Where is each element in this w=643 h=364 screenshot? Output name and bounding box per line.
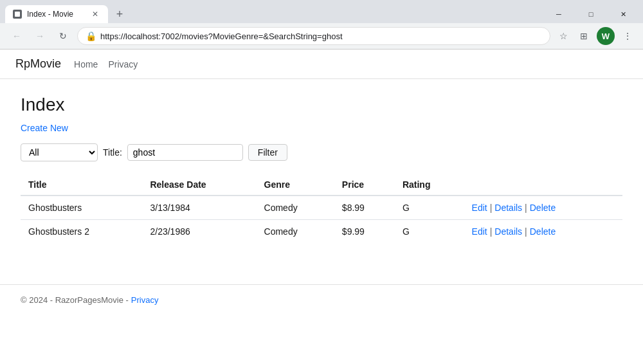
movie-actions: Edit | Details | Delete bbox=[464, 196, 622, 220]
table-body: Ghostbusters 3/13/1984 Comedy $8.99 G Ed… bbox=[21, 196, 622, 243]
page-title: Index bbox=[21, 95, 622, 115]
separator: | bbox=[525, 226, 527, 237]
back-icon: ← bbox=[12, 31, 21, 41]
movie-rating: G bbox=[395, 220, 464, 244]
window-controls: ─ □ ✕ bbox=[544, 5, 638, 23]
main-content: Index Create New All Title: Filter Title… bbox=[0, 79, 643, 259]
active-tab[interactable]: Index - Movie ✕ bbox=[5, 5, 108, 23]
footer: © 2024 - RazorPagesMovie - Privacy bbox=[0, 284, 643, 315]
profile-button[interactable]: W bbox=[597, 27, 615, 45]
delete-link-1[interactable]: Delete bbox=[530, 226, 556, 237]
maximize-button[interactable]: □ bbox=[576, 5, 606, 23]
reload-icon: ↻ bbox=[59, 31, 67, 41]
separator: | bbox=[525, 203, 527, 213]
back-button[interactable]: ← bbox=[8, 27, 26, 45]
movie-title: Ghostbusters 2 bbox=[21, 220, 142, 244]
filter-row: All Title: Filter bbox=[21, 143, 622, 161]
genre-select[interactable]: All bbox=[21, 143, 98, 161]
edit-link-0[interactable]: Edit bbox=[472, 203, 487, 213]
col-genre: Genre bbox=[257, 174, 334, 196]
action-links: Edit | Details | Delete bbox=[472, 203, 615, 213]
nav-home-link[interactable]: Home bbox=[74, 59, 98, 69]
navbar: RpMovie Home Privacy bbox=[0, 50, 643, 79]
forward-icon: → bbox=[35, 31, 44, 41]
tab-favicon bbox=[13, 10, 22, 19]
lock-icon: 🔒 bbox=[86, 31, 96, 41]
minimize-button[interactable]: ─ bbox=[544, 5, 574, 23]
col-price: Price bbox=[334, 174, 395, 196]
filter-button[interactable]: Filter bbox=[248, 144, 287, 161]
col-title: Title bbox=[21, 174, 142, 196]
forward-button[interactable]: → bbox=[31, 27, 49, 45]
movie-title: Ghostbusters bbox=[21, 196, 142, 220]
title-bar: Index - Movie ✕ + ─ □ ✕ bbox=[0, 0, 643, 23]
tab-close-button[interactable]: ✕ bbox=[90, 9, 100, 19]
page-content: RpMovie Home Privacy Index Create New Al… bbox=[0, 50, 643, 320]
reload-button[interactable]: ↻ bbox=[54, 27, 72, 45]
bookmark-button[interactable]: ☆ bbox=[556, 28, 571, 44]
address-bar: ← → ↻ 🔒 https://localhost:7002/movies?Mo… bbox=[0, 23, 643, 50]
action-links: Edit | Details | Delete bbox=[472, 226, 615, 237]
footer-text: © 2024 - RazorPagesMovie - bbox=[21, 295, 129, 305]
movie-genre: Comedy bbox=[257, 196, 334, 220]
new-tab-button[interactable]: + bbox=[111, 5, 129, 23]
brand-logo: RpMovie bbox=[15, 57, 61, 71]
footer-privacy-link[interactable]: Privacy bbox=[131, 295, 159, 305]
separator: | bbox=[490, 226, 493, 237]
tab-bar: Index - Movie ✕ + bbox=[5, 5, 129, 23]
extensions-button[interactable]: ⊞ bbox=[576, 28, 592, 44]
nav-links: Home Privacy bbox=[74, 59, 138, 69]
nav-privacy-link[interactable]: Privacy bbox=[108, 59, 138, 69]
browser-window: Index - Movie ✕ + ─ □ ✕ ← → ↻ 🔒 https://… bbox=[0, 0, 643, 320]
details-link-0[interactable]: Details bbox=[494, 203, 522, 213]
movie-price: $8.99 bbox=[334, 196, 395, 220]
movie-release-date: 2/23/1986 bbox=[142, 220, 256, 244]
menu-button[interactable]: ⋮ bbox=[620, 28, 635, 44]
table-header: Title Release Date Genre Price Rating bbox=[21, 174, 622, 196]
title-label: Title: bbox=[103, 147, 122, 158]
col-actions bbox=[464, 174, 622, 196]
tab-title: Index - Movie bbox=[27, 10, 85, 19]
svg-rect-0 bbox=[15, 12, 20, 17]
movie-rating: G bbox=[395, 196, 464, 220]
star-icon: ☆ bbox=[559, 31, 568, 41]
delete-link-0[interactable]: Delete bbox=[530, 203, 556, 213]
movie-price: $9.99 bbox=[334, 220, 395, 244]
url-text: https://localhost:7002/movies?MovieGenre… bbox=[100, 32, 542, 41]
url-bar[interactable]: 🔒 https://localhost:7002/movies?MovieGen… bbox=[77, 27, 550, 45]
table-row: Ghostbusters 2 2/23/1986 Comedy $9.99 G … bbox=[21, 220, 622, 244]
extensions-icon: ⊞ bbox=[580, 31, 588, 41]
edit-link-1[interactable]: Edit bbox=[472, 226, 487, 237]
movie-actions: Edit | Details | Delete bbox=[464, 220, 622, 244]
movies-table: Title Release Date Genre Price Rating Gh… bbox=[21, 174, 622, 243]
col-rating: Rating bbox=[395, 174, 464, 196]
details-link-1[interactable]: Details bbox=[494, 226, 522, 237]
search-input[interactable] bbox=[127, 144, 243, 161]
separator: | bbox=[490, 203, 493, 213]
table-row: Ghostbusters 3/13/1984 Comedy $8.99 G Ed… bbox=[21, 196, 622, 220]
close-button[interactable]: ✕ bbox=[608, 5, 638, 23]
movie-release-date: 3/13/1984 bbox=[142, 196, 256, 220]
movie-genre: Comedy bbox=[257, 220, 334, 244]
create-new-link[interactable]: Create New bbox=[21, 123, 68, 133]
col-release-date: Release Date bbox=[142, 174, 256, 196]
